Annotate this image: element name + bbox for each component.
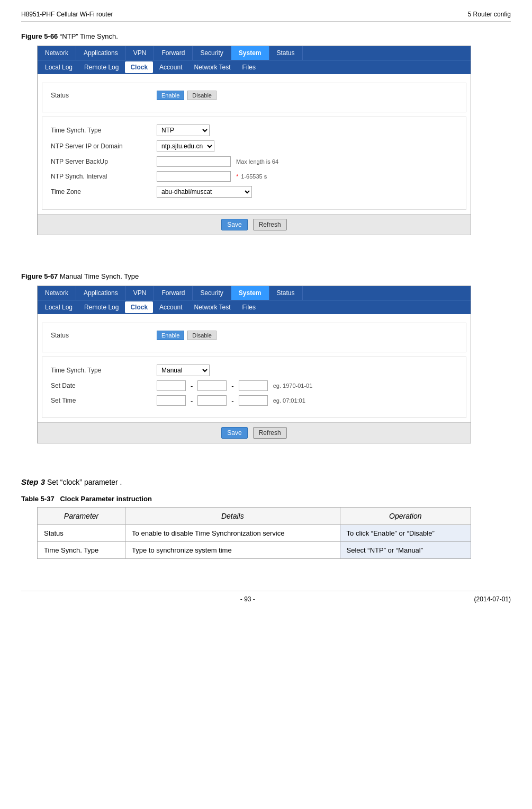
nav-forward-1[interactable]: Forward (154, 46, 193, 60)
figure2-settime-row: Set Time - - eg. 07:01:01 (51, 395, 457, 406)
figure2-status-section: Status Enable Disable (42, 323, 466, 352)
table-caption-label: Table 5-37 (21, 495, 55, 503)
nav-vpn-2[interactable]: VPN (126, 286, 155, 300)
figure1-navbar: Network Applications VPN Forward Securit… (38, 46, 471, 60)
subnav-account-2[interactable]: Account (154, 301, 187, 313)
nav-status-1[interactable]: Status (269, 46, 303, 60)
settime-sec-input[interactable] (239, 395, 268, 406)
figure2-fields-section: Time Synch. Type Manual Set Date - - eg.… (42, 357, 466, 418)
ntpserver-control-1: ntp.sjtu.edu.cn (157, 140, 214, 152)
nav-system-1[interactable]: System (231, 46, 269, 60)
step3-description: Set “clock” parameter . (47, 478, 122, 486)
ntpinterval-control-1: * 1-65535 s (157, 171, 267, 182)
nav-forward-2[interactable]: Forward (154, 286, 193, 300)
nav-security-1[interactable]: Security (193, 46, 231, 60)
disable-button-2[interactable]: Disable (187, 331, 217, 340)
refresh-button-1[interactable]: Refresh (253, 219, 287, 230)
nav-network-2[interactable]: Network (38, 286, 76, 300)
col-header-details: Details (125, 508, 340, 525)
ntpserver-label-1: NTP Server IP or Domain (51, 143, 157, 150)
nav-applications-2[interactable]: Applications (76, 286, 126, 300)
figure2-label: Figure 5-67 (21, 272, 58, 280)
time-sep-2: - (231, 397, 233, 405)
figure1-synctype-row: Time Synch. Type NTP (51, 125, 457, 136)
ntpinterval-label-1: NTP Synch. Interval (51, 173, 157, 180)
figure2-setdate-row: Set Date - - eg. 1970-01-01 (51, 380, 457, 391)
time-sep-1: - (191, 397, 193, 405)
synctype-label-1: Time Synch. Type (51, 127, 157, 134)
save-button-2[interactable]: Save (221, 427, 247, 439)
nav-applications-1[interactable]: Applications (76, 46, 126, 60)
status-label-1: Status (51, 92, 157, 99)
nav-vpn-1[interactable]: VPN (126, 46, 155, 60)
ntpserver-select-1[interactable]: ntp.sjtu.edu.cn (157, 140, 214, 152)
col-header-operation: Operation (340, 508, 471, 525)
subnav-files-2[interactable]: Files (237, 301, 261, 313)
subnav-clock-2[interactable]: Clock (125, 301, 153, 313)
header-right: 5 Router config (468, 11, 511, 18)
table-cell-details: To enable to disable Time Synchronizatio… (125, 525, 340, 542)
status-control-1: Enable Disable (157, 91, 217, 100)
timezone-label-1: Time Zone (51, 188, 157, 195)
parameter-table: Parameter Details Operation StatusTo ena… (37, 507, 471, 559)
nav-system-2[interactable]: System (231, 286, 269, 300)
ntpinterval-input-1[interactable] (157, 171, 231, 182)
table-row: Time Synch. TypeType to synchronize syst… (38, 542, 471, 559)
table-caption-text: Clock Parameter instruction (60, 495, 151, 503)
figure2-synctype-row: Time Synch. Type Manual (51, 365, 457, 376)
enable-button-1[interactable]: Enable (157, 91, 184, 100)
subnav-remotelog-1[interactable]: Remote Log (79, 61, 124, 73)
setdate-month-input[interactable] (197, 380, 227, 391)
refresh-button-2[interactable]: Refresh (253, 427, 287, 439)
setdate-hint-2: eg. 1970-01-01 (273, 383, 313, 389)
figure2-caption: Figure 5-67 Manual Time Synch. Type (21, 272, 511, 280)
timezone-control-1: abu-dhabi/muscat (157, 186, 252, 198)
timezone-select-1[interactable]: abu-dhabi/muscat (157, 186, 252, 198)
subnav-files-1[interactable]: Files (237, 61, 261, 73)
subnav-networktest-2[interactable]: Network Test (188, 301, 236, 313)
disable-button-1[interactable]: Disable (187, 91, 217, 100)
ntpbackup-input-1[interactable] (157, 156, 231, 167)
table-cell-operation: To click “Enable” or “Disable” (340, 525, 471, 542)
status-label-2: Status (51, 332, 157, 339)
page-header: H8951-PHF Cellular Wi-Fi router 5 Router… (21, 11, 511, 22)
setdate-year-input[interactable] (157, 380, 186, 391)
enable-button-2[interactable]: Enable (157, 331, 184, 340)
table-header-row: Parameter Details Operation (38, 508, 471, 525)
settime-label-2: Set Time (51, 397, 157, 404)
subnav-remotelog-2[interactable]: Remote Log (79, 301, 124, 313)
subnav-networktest-1[interactable]: Network Test (188, 61, 236, 73)
footer-right: (2014-07-01) (474, 595, 511, 603)
figure1-ui: Network Applications VPN Forward Securit… (37, 46, 471, 235)
subnav-account-1[interactable]: Account (154, 61, 187, 73)
figure1-fields-section: Time Synch. Type NTP NTP Server IP or Do… (42, 117, 466, 210)
figure2-status-row: Status Enable Disable (51, 331, 457, 340)
subnav-clock-1[interactable]: Clock (125, 61, 153, 73)
table-cell-operation: Select “NTP” or “Manual” (340, 542, 471, 559)
nav-status-2[interactable]: Status (269, 286, 303, 300)
synctype-select-1[interactable]: NTP (157, 125, 210, 136)
figure1-status-row: Status Enable Disable (51, 91, 457, 100)
footer-center: - 93 - (240, 595, 255, 603)
table-cell-details: Type to synchronize system time (125, 542, 340, 559)
nav-security-2[interactable]: Security (193, 286, 231, 300)
figure1-status-section: Status Enable Disable (42, 83, 466, 112)
setdate-label-2: Set Date (51, 382, 157, 389)
status-control-2: Enable Disable (157, 331, 217, 340)
table-cell-parameter: Status (38, 525, 125, 542)
subnav-locallog-2[interactable]: Local Log (40, 301, 78, 313)
settime-min-input[interactable] (197, 395, 227, 406)
setdate-day-input[interactable] (239, 380, 268, 391)
save-button-1[interactable]: Save (221, 219, 247, 230)
figure1-ntpserver-row: NTP Server IP or Domain ntp.sjtu.edu.cn (51, 140, 457, 152)
col-header-parameter: Parameter (38, 508, 125, 525)
synctype-select-2[interactable]: Manual (157, 365, 210, 376)
ntpbackup-label-1: NTP Server BackUp (51, 158, 157, 165)
settime-hint-2: eg. 07:01:01 (273, 397, 305, 404)
settime-hour-input[interactable] (157, 395, 186, 406)
ntpbackup-control-1: Max length is 64 (157, 156, 278, 167)
figure2-footer: Save Refresh (38, 422, 471, 443)
synctype-label-2: Time Synch. Type (51, 367, 157, 374)
subnav-locallog-1[interactable]: Local Log (40, 61, 78, 73)
nav-network-1[interactable]: Network (38, 46, 76, 60)
